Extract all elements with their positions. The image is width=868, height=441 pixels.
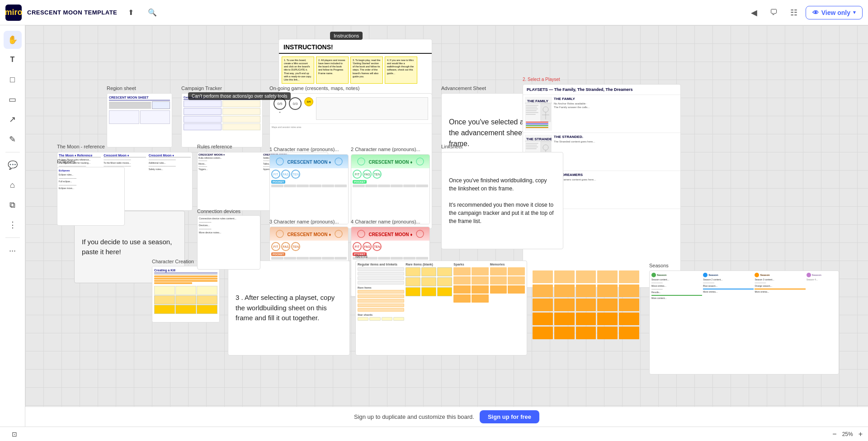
note-card-4: 4. If you are new to Miro and would like… [385, 57, 417, 84]
svg-text:CRESCENT MOON ♦: CRESCENT MOON ♦ [287, 160, 331, 165]
playset-family: THE FAMILY [523, 95, 680, 133]
svg-rect-11 [526, 112, 538, 113]
comment-icon[interactable]: 🗩 [766, 5, 782, 21]
notes-icon[interactable]: ☷ [786, 5, 802, 21]
sticky-tool-button[interactable]: □ [4, 71, 22, 89]
svg-rect-12 [526, 114, 536, 115]
eye-icon: 👁 [812, 9, 819, 16]
linksheet-text: Once you've finished worldbuilding, copy… [449, 176, 556, 225]
bottombar: ⊡ − 25% + [0, 427, 868, 441]
svg-text:CRESCENT MOON ♦: CRESCENT MOON ♦ [368, 232, 412, 237]
canvas: Can't perform those actions/go over safe… [25, 25, 868, 427]
svg-text:THE STRANDED.: THE STRANDED. [526, 137, 552, 141]
counter-circle-1: 0/5 [274, 97, 286, 110]
export-button[interactable]: ⬆ [123, 5, 139, 21]
linksheet-label: Linksheet [441, 144, 462, 149]
playset-label: 2. Select a Playset [523, 77, 560, 82]
svg-rect-10 [526, 110, 537, 111]
svg-rect-26 [526, 147, 538, 147]
frame-tool-button[interactable]: ⧉ [4, 196, 22, 214]
advancement-label: Advancement Sheet [441, 85, 486, 91]
svg-rect-27 [526, 148, 537, 149]
svg-point-47 [276, 158, 283, 165]
svg-rect-25 [526, 145, 537, 146]
search-button[interactable]: 🔍 [144, 5, 160, 21]
orange-stickies-area [532, 270, 640, 353]
zoom-in-button[interactable]: + [859, 430, 863, 438]
frame-items: Regular items and trinkets Rare items (b… [355, 261, 527, 356]
ongoing-label: On-going game (crescents, maps, notes) [269, 85, 359, 91]
fit-to-screen-button[interactable]: ⊡ [5, 425, 24, 441]
frame-seasons: Season Season content...───────Move entr… [649, 270, 839, 375]
signup-button[interactable]: Sign up for free [480, 410, 539, 423]
svg-rect-16 [526, 127, 548, 128]
miro-logo[interactable]: miro [5, 5, 22, 21]
region-doc: CRESCENT MOON SHEET [107, 94, 172, 147]
table-tool-button[interactable]: ⌂ [4, 176, 22, 194]
svg-text:CRESCENT MOON ♦: CRESCENT MOON ♦ [287, 232, 331, 237]
search-icon: 🔍 [148, 8, 157, 17]
char3-label: 3 Character name (pronouns)... [269, 219, 339, 224]
region-label: Region sheet [107, 85, 136, 91]
notes-area [316, 97, 428, 120]
board-title: CRESCENT MOON TEMPLATE [27, 9, 117, 16]
frame-worldbuilding: 3 . After selecting a playset, copy the … [228, 261, 350, 356]
frame-char1: CRESCENT MOON ♦ FIT FAS TEN POCKET [269, 154, 349, 224]
frame-eclipses: Eclipses Eclipse rules...─────────── Ful… [57, 167, 125, 226]
arrow-tool-button[interactable]: ↗ [4, 110, 22, 128]
chevron-down-icon: ▾ [853, 9, 856, 15]
moon-label: The Moon - reference [57, 144, 105, 149]
comment-tool-button[interactable]: 💬 [4, 156, 22, 174]
svg-point-54 [335, 230, 342, 237]
char4-label: 4 Character name (pronouns)... [351, 219, 420, 224]
rules-label: Rules reference [197, 144, 232, 149]
frame-region: CRESCENT MOON SHEET [107, 93, 172, 147]
expand-icon[interactable]: ◀ [746, 5, 762, 21]
items-label: Items [355, 253, 368, 259]
note-card-2: 2. All players and moves have been inclu… [316, 57, 349, 84]
worldbuilding-text: 3 . After selecting a playset, copy the … [236, 293, 342, 323]
tool-separator-2 [5, 237, 20, 238]
campaign-label: Campaign Tracker [181, 85, 222, 91]
zoom-out-button[interactable]: − [832, 430, 836, 438]
topbar-right: ◀ 🗩 ☷ 👁 View only ▾ [746, 5, 863, 21]
svg-text:CRESCENT MOON ♦: CRESCENT MOON ♦ [368, 160, 412, 165]
frame-connection-devices: Connection device rules content...──────… [197, 215, 260, 270]
tool-separator-1 [5, 152, 20, 152]
svg-rect-24 [526, 143, 538, 144]
note-card-1: 1. To use this board, create a Miro acco… [282, 57, 314, 84]
shape-tool-button[interactable]: ▭ [4, 90, 22, 109]
more-tools-button[interactable]: ··· [4, 242, 22, 260]
connection-devices-label: Connection devices [197, 209, 241, 214]
zoom-level[interactable]: 25% [840, 431, 856, 437]
svg-rect-9 [526, 109, 538, 109]
counter-circle-2: 0/3 [289, 97, 302, 110]
frame-char2: CRESCENT MOON ♦ FIT FAS TEN POCKET [351, 154, 430, 224]
char1-label: 1 Character name (pronouns)... [269, 147, 339, 152]
zoom-controls: − 25% + [832, 430, 863, 438]
svg-point-50 [358, 158, 365, 165]
pen-tool-button[interactable]: ✎ [4, 130, 22, 148]
svg-point-48 [335, 158, 342, 165]
char-creation-label: Character Creation [152, 259, 194, 264]
svg-rect-13 [526, 122, 548, 123]
text-tool-button[interactable]: T [4, 51, 22, 69]
svg-rect-14 [526, 123, 548, 124]
svg-point-51 [416, 158, 424, 165]
hand-tool-button[interactable]: ✋ [4, 31, 22, 49]
eclipses-label: Eclipses [57, 159, 75, 164]
counter-yellow: 0/4 [304, 97, 313, 106]
signup-bar: Sign up to duplicate and customize this … [25, 407, 868, 427]
char2-label: 2 Character name (pronouns)... [351, 147, 420, 152]
frame-linksheet: Once you've finished worldbuilding, copy… [441, 152, 563, 249]
svg-point-53 [276, 230, 283, 237]
season-text: If you decide to use a season, paste it … [82, 237, 177, 257]
instructions-title: INSTRUCTIONS! [283, 43, 333, 51]
svg-text:THE FAMILY: THE FAMILY [527, 99, 548, 103]
note-card-3: 3. To begin play, read the 'Getting Star… [350, 57, 383, 84]
view-only-button[interactable]: 👁 View only ▾ [806, 6, 863, 19]
view-only-label: View only [821, 9, 850, 16]
align-tool-button[interactable]: ⋮ [4, 216, 22, 234]
export-icon: ⬆ [128, 8, 134, 17]
topbar: miro CRESCENT MOON TEMPLATE ⬆ 🔍 ◀ 🗩 ☷ 👁 … [0, 0, 868, 25]
